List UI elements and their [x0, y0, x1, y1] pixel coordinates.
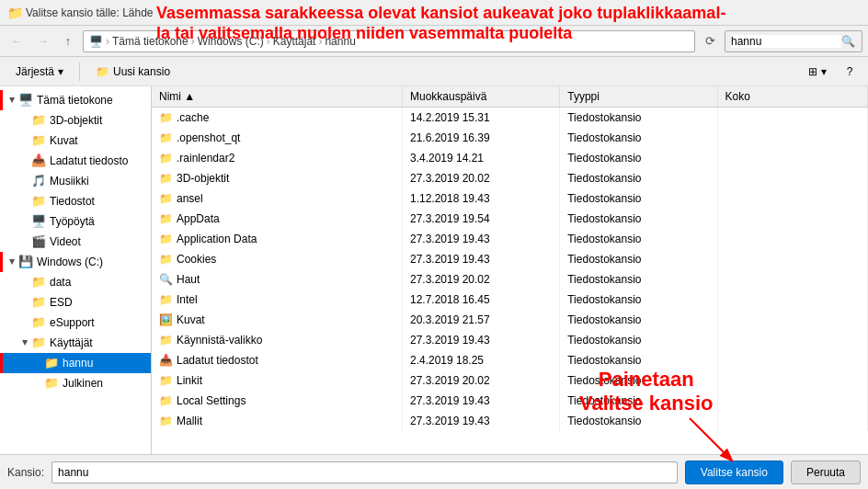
file-modified: 27.3.2019 19.43 — [402, 330, 559, 350]
tree-icon-videos: 🎬 — [31, 234, 46, 249]
path-hannu: hannu — [325, 35, 355, 48]
forward-button[interactable]: → — [31, 30, 53, 52]
table-row[interactable]: 📁 Käynnistä-valikko 27.3.2019 19.43 Tied… — [152, 330, 868, 350]
tree-icon-esd: 📁 — [31, 295, 46, 310]
file-size — [717, 269, 868, 290]
file-size — [717, 411, 868, 431]
col-type[interactable]: Tyyppi — [560, 86, 717, 108]
file-size — [717, 310, 868, 330]
select-folder-button[interactable]: Valitse kansio — [685, 461, 783, 484]
tree-label-data: data — [50, 276, 71, 289]
table-row[interactable]: 📁 ansel 1.12.2018 19.43 Tiedostokansio — [152, 188, 868, 209]
left-panel: ▶🖥️Tämä tietokone📁3D-objektit📁Kuvat📥Lada… — [0, 86, 152, 454]
tree-icon-3d: 📁 — [31, 113, 46, 128]
file-icon-3: 📁 — [159, 172, 173, 185]
tree-label-kayttajat: Käyttäjät — [50, 336, 93, 349]
help-icon: ? — [847, 65, 853, 78]
tree-item-3d[interactable]: 📁3D-objektit — [0, 110, 151, 131]
tree-item-videos[interactable]: 🎬Videot — [0, 232, 151, 252]
tree-icon-julkinen: 📁 — [44, 376, 59, 391]
file-name: 📁 .openshot_qt — [152, 128, 402, 148]
col-name[interactable]: Nimi ▲ — [152, 86, 402, 108]
search-input[interactable] — [731, 35, 841, 48]
table-row[interactable]: 📁 .openshot_qt 21.6.2019 16.39 Tiedostok… — [152, 128, 868, 148]
file-modified: 3.4.2019 14.21 — [402, 148, 559, 168]
file-modified: 27.3.2019 19.43 — [402, 249, 559, 269]
organize-label: Järjestä — [16, 65, 54, 78]
file-icon-14: 📁 — [159, 394, 173, 407]
tree-item-pictures[interactable]: 📁Kuvat — [0, 131, 151, 151]
address-path[interactable]: 🖥️ › Tämä tietokone › Windows (C:) › Käy… — [83, 30, 695, 52]
tree-icon-esupport: 📁 — [31, 315, 46, 330]
tree-item-kayttajat[interactable]: ▶📁Käyttäjät — [0, 333, 151, 353]
tree-item-downloads[interactable]: 📥Ladatut tiedosto — [0, 151, 151, 171]
tree-item-files[interactable]: 📁Tiedostot — [0, 191, 151, 211]
up-button[interactable]: ↑ — [57, 30, 79, 52]
refresh-button[interactable]: ⟳ — [699, 30, 721, 52]
file-name: 📁 ansel — [152, 188, 402, 209]
new-folder-icon: 📁 — [96, 65, 109, 78]
tree-item-computer[interactable]: ▶🖥️Tämä tietokone — [0, 90, 151, 110]
table-row[interactable]: 📁 Intel 12.7.2018 16.45 Tiedostokansio — [152, 290, 868, 310]
tree-item-julkinen[interactable]: 📁Julkinen — [0, 373, 151, 393]
file-icon-1: 📁 — [159, 131, 173, 144]
expand-arrow-computer[interactable]: ▶ — [7, 95, 18, 106]
new-folder-button[interactable]: 📁 Uusi kansio — [87, 60, 178, 84]
col-size[interactable]: Koko — [717, 86, 868, 108]
back-button[interactable]: ← — [6, 30, 28, 52]
file-type: Tiedostokansio — [560, 249, 717, 269]
file-name: 📁 Intel — [152, 290, 402, 310]
table-row[interactable]: 📁 3D-objektit 27.3.2019 20.02 Tiedostoka… — [152, 168, 868, 188]
file-size — [717, 370, 868, 391]
toolbar: Järjestä ▾ 📁 Uusi kansio ⊞ ▾ ? — [0, 57, 868, 86]
tree-item-windows[interactable]: ▶💾Windows (C:) — [0, 252, 151, 272]
right-panel: Nimi ▲ Muokkauspäivä Tyyppi Koko 📁 .cach… — [152, 86, 868, 454]
file-modified: 2.4.2019 18.25 — [402, 350, 559, 370]
tree-item-hannu[interactable]: 📁hannu — [0, 353, 151, 373]
view-button[interactable]: ⊞ ▾ — [800, 60, 835, 84]
tree-item-esupport[interactable]: 📁eSupport — [0, 313, 151, 333]
help-button[interactable]: ? — [839, 61, 861, 83]
tree-item-esd[interactable]: 📁ESD — [0, 292, 151, 313]
table-row[interactable]: 📁 AppData 27.3.2019 19.54 Tiedostokansio — [152, 209, 868, 229]
file-type: Tiedostokansio — [560, 290, 717, 310]
organize-button[interactable]: Järjestä ▾ — [7, 60, 72, 84]
file-name: 📁 Application Data — [152, 229, 402, 249]
tree-item-data[interactable]: 📁data — [0, 272, 151, 292]
expand-arrow-kayttajat[interactable]: ▶ — [20, 337, 31, 348]
table-row[interactable]: 📁 Application Data 27.3.2019 19.43 Tiedo… — [152, 229, 868, 249]
table-row[interactable]: 📁 Local Settings 27.3.2019 19.43 Tiedost… — [152, 391, 868, 411]
table-row[interactable]: 🔍 Haut 27.3.2019 20.02 Tiedostokansio — [152, 269, 868, 290]
search-box[interactable]: 🔍 — [725, 30, 862, 52]
table-row[interactable]: 📁 .rainlendar2 3.4.2019 14.21 Tiedostoka… — [152, 148, 868, 168]
table-row[interactable]: 🖼️ Kuvat 20.3.2019 21.57 Tiedostokansio — [152, 310, 868, 330]
file-icon-7: 📁 — [159, 253, 173, 266]
new-folder-label: Uusi kansio — [113, 65, 170, 78]
table-row[interactable]: 📁 Cookies 27.3.2019 19.43 Tiedostokansio — [152, 249, 868, 269]
file-type: Tiedostokansio — [560, 168, 717, 188]
table-row[interactable]: 📥 Ladatut tiedostot 2.4.2019 18.25 Tiedo… — [152, 350, 868, 370]
table-row[interactable]: 📁 Mallit 27.3.2019 19.43 Tiedostokansio — [152, 411, 868, 431]
table-row[interactable]: 📁 Linkit 27.3.2019 20.02 Tiedostokansio — [152, 370, 868, 391]
col-modified[interactable]: Muokkauspäivä — [402, 86, 559, 108]
file-name: 📁 Cookies — [152, 249, 402, 269]
main-content: ▶🖥️Tämä tietokone📁3D-objektit📁Kuvat📥Lada… — [0, 86, 868, 454]
table-row[interactable]: 📁 .cache 14.2.2019 15.31 Tiedostokansio — [152, 108, 868, 128]
folder-input[interactable] — [51, 461, 678, 483]
file-size — [717, 249, 868, 269]
tree-item-music[interactable]: 🎵Musiikki — [0, 171, 151, 191]
cancel-button[interactable]: Peruuta — [791, 461, 861, 484]
file-modified: 21.6.2019 16.39 — [402, 128, 559, 148]
file-type: Tiedostokansio — [560, 350, 717, 370]
tree-label-files: Tiedostot — [50, 195, 95, 208]
file-size — [717, 330, 868, 350]
file-icon-11: 📁 — [159, 334, 173, 347]
file-icon-10: 🖼️ — [159, 313, 173, 326]
file-type: Tiedostokansio — [560, 128, 717, 148]
expand-arrow-windows[interactable]: ▶ — [7, 256, 18, 267]
tree-item-desktop[interactable]: 🖥️Työpöytä — [0, 211, 151, 232]
tree-icon-desktop: 🖥️ — [31, 214, 46, 229]
title-text: Valitse kansio tälle: Lähde — [26, 6, 154, 19]
file-modified: 14.2.2019 15.31 — [402, 108, 559, 128]
title-bar: 📁 Valitse kansio tälle: Lähde — [0, 0, 868, 26]
